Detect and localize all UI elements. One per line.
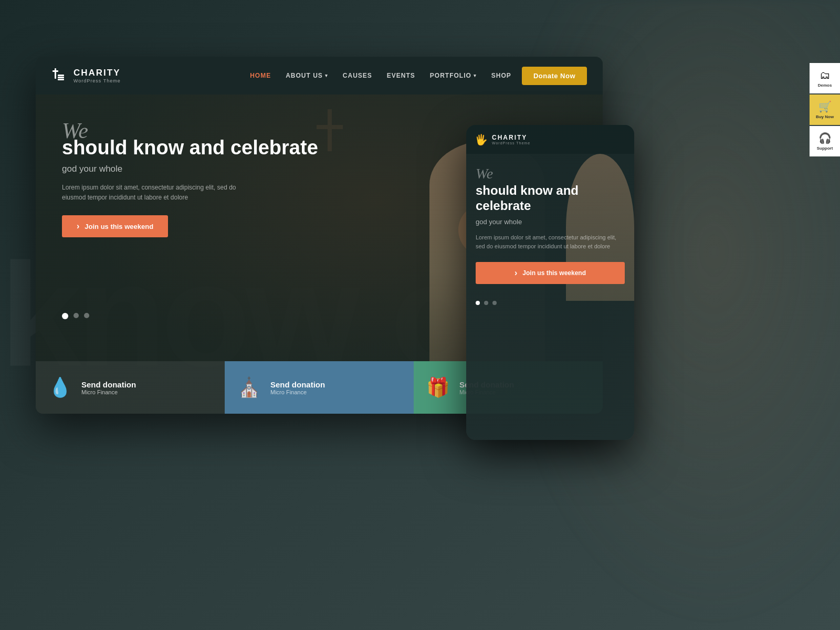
card-1-subtitle: Micro Finance	[81, 389, 136, 395]
mobile-hero-subtitle: god your whole	[476, 218, 625, 226]
hero-description: Lorem ipsum dolor sit amet, consectetur …	[62, 183, 251, 203]
slider-dots	[62, 313, 89, 319]
logo: CHARITY WordPress Theme	[51, 67, 121, 84]
mobile-hero-script: We	[476, 166, 625, 181]
cart-icon: 🛒	[818, 100, 832, 113]
mobile-logo-title: CHARITY	[492, 134, 530, 141]
bottom-card-2: ⛪ Send donation Micro Finance	[225, 361, 414, 414]
mobile-dot-2[interactable]	[484, 301, 488, 305]
mobile-mockup: 🖐 CHARITY WordPress Theme We should know…	[466, 125, 634, 440]
mobile-hero-title: should know and celebrate	[476, 183, 625, 214]
headset-icon: 🎧	[818, 132, 832, 144]
mobile-logo-text: CHARITY WordPress Theme	[492, 134, 530, 145]
card-1-title: Send donation	[81, 380, 136, 389]
buy-label: Buy Now	[816, 114, 834, 119]
nav-portfolio[interactable]: PORTFOLIO ▾	[430, 72, 477, 79]
chevron-down-icon: ▾	[474, 73, 477, 78]
mobile-dot-3[interactable]	[492, 301, 497, 305]
side-panel: 🗂 Demos 🛒 Buy Now 🎧 Support	[810, 63, 840, 156]
buy-now-button[interactable]: 🛒 Buy Now	[810, 94, 840, 125]
support-label: Support	[817, 146, 833, 151]
logo-subtitle: WordPress Theme	[74, 78, 121, 83]
dot-3[interactable]	[84, 313, 89, 318]
nav-shop[interactable]: SHOP	[491, 72, 511, 79]
church-icon: ⛪	[237, 376, 261, 398]
logo-text: CHARITY WordPress Theme	[74, 68, 121, 83]
support-button[interactable]: 🎧 Support	[810, 126, 840, 156]
svg-rect-1	[52, 70, 58, 72]
mobile-dot-1[interactable]	[476, 301, 480, 305]
demos-button[interactable]: 🗂 Demos	[810, 63, 840, 93]
card-2-text: Send donation Micro Finance	[270, 380, 325, 395]
svg-rect-4	[58, 79, 64, 80]
dot-1[interactable]	[62, 313, 68, 319]
logo-title: CHARITY	[74, 68, 121, 78]
donate-button[interactable]: Donate Now	[522, 67, 587, 85]
logo-icon	[51, 67, 68, 84]
svg-rect-3	[58, 77, 64, 78]
hero-content: We should know and celebrate god your wh…	[62, 120, 318, 237]
dot-2[interactable]	[74, 313, 79, 318]
card-1-text: Send donation Micro Finance	[81, 380, 136, 395]
svg-rect-2	[58, 75, 64, 76]
nav-links: HOME ABOUT US ▾ CAUSES EVENTS PORTFOLIO …	[250, 72, 511, 79]
hero-cta-button[interactable]: › Join us this weekend	[62, 215, 168, 237]
svg-rect-0	[55, 68, 56, 79]
mobile-hero-content: We should know and celebrate god your wh…	[466, 154, 634, 293]
mobile-logo-icon: 🖐	[475, 133, 488, 146]
navbar-desktop: CHARITY WordPress Theme HOME ABOUT US ▾ …	[36, 57, 603, 94]
gift-icon: 🎁	[426, 376, 450, 398]
mobile-arrow-icon: ›	[514, 268, 517, 278]
nav-home[interactable]: HOME	[250, 72, 271, 79]
nav-causes[interactable]: CAUSES	[343, 72, 372, 79]
hero-subtitle: god your whole	[62, 164, 318, 174]
card-2-title: Send donation	[270, 380, 325, 389]
water-drop-icon: 💧	[48, 376, 72, 398]
chevron-down-icon: ▾	[325, 73, 328, 78]
arrow-icon: ›	[77, 222, 79, 231]
demos-label: Demos	[818, 83, 832, 88]
mobile-cta-button[interactable]: › Join us this weekend	[476, 262, 625, 284]
hero-title: should know and celebrate	[62, 136, 318, 160]
nav-events[interactable]: EVENTS	[387, 72, 415, 79]
bottom-card-1: 💧 Send donation Micro Finance	[36, 361, 225, 414]
mobile-logo-subtitle: WordPress Theme	[492, 141, 530, 145]
card-2-subtitle: Micro Finance	[270, 389, 325, 395]
nav-about[interactable]: ABOUT US ▾	[286, 72, 328, 79]
demos-icon: 🗂	[820, 69, 830, 81]
mobile-hero-description: Lorem ipsum dolor sit amet, consectetur …	[476, 233, 625, 251]
mobile-navbar: 🖐 CHARITY WordPress Theme	[466, 125, 634, 154]
